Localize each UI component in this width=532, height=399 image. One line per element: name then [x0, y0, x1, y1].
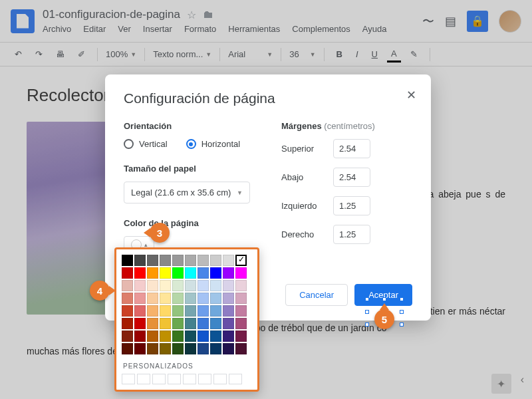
color-swatch[interactable] [160, 280, 171, 291]
color-swatch[interactable] [147, 331, 158, 342]
margin-top-input[interactable] [333, 139, 370, 158]
color-swatch[interactable] [134, 267, 146, 279]
color-swatch[interactable] [235, 331, 247, 342]
bold-button[interactable]: B [332, 47, 346, 62]
color-swatch[interactable] [185, 305, 196, 317]
color-swatch[interactable] [160, 255, 171, 266]
orientation-horizontal-radio[interactable]: Horizontal [186, 139, 241, 149]
color-swatch[interactable] [198, 267, 209, 279]
zoom-dropdown[interactable]: 100%▼ [106, 49, 136, 59]
paint-format-icon[interactable]: ✐ [74, 47, 89, 62]
color-swatch[interactable] [147, 305, 158, 317]
color-swatch[interactable] [210, 293, 221, 304]
color-swatch[interactable] [172, 255, 184, 266]
custom-color-slot[interactable] [122, 374, 135, 384]
color-swatch[interactable] [223, 305, 234, 317]
color-swatch[interactable] [185, 280, 196, 291]
share-button[interactable]: 🔒 [467, 11, 488, 32]
document-title[interactable]: 01-configuracion-de-pagina [43, 8, 180, 21]
color-swatch[interactable] [172, 318, 184, 329]
color-swatch[interactable] [172, 343, 184, 354]
italic-button[interactable]: I [352, 47, 362, 62]
color-swatch[interactable] [223, 331, 234, 342]
custom-color-slot[interactable] [213, 374, 227, 384]
color-swatch[interactable] [185, 255, 196, 266]
color-swatch[interactable] [134, 280, 146, 291]
color-swatch[interactable] [185, 318, 196, 329]
color-swatch[interactable] [147, 318, 158, 329]
color-swatch[interactable] [223, 293, 234, 304]
chevron-left-icon[interactable]: ‹ [521, 374, 524, 394]
color-swatch[interactable] [185, 267, 196, 279]
color-swatch[interactable] [235, 267, 247, 279]
custom-color-slot[interactable] [152, 374, 166, 384]
color-swatch[interactable] [235, 343, 247, 354]
color-swatch[interactable] [134, 318, 146, 329]
menu-archivo[interactable]: Archivo [43, 24, 71, 34]
color-swatch[interactable] [185, 331, 196, 342]
custom-color-slot[interactable] [229, 374, 242, 384]
color-swatch[interactable] [122, 293, 133, 304]
custom-color-slot[interactable] [198, 374, 211, 384]
color-swatch[interactable] [198, 331, 209, 342]
star-icon[interactable]: ☆ [187, 9, 196, 21]
color-swatch[interactable] [122, 255, 133, 266]
color-swatch[interactable] [172, 293, 184, 304]
color-swatch[interactable] [223, 318, 234, 329]
color-swatch[interactable] [172, 331, 184, 342]
color-swatch[interactable] [172, 280, 184, 291]
color-swatch[interactable] [122, 305, 133, 317]
margin-right-input[interactable] [333, 225, 370, 244]
highlight-button[interactable]: ✎ [406, 47, 422, 62]
color-swatch[interactable] [198, 318, 209, 329]
color-swatch[interactable] [160, 343, 171, 354]
color-swatch[interactable] [122, 318, 133, 329]
color-swatch[interactable] [122, 343, 133, 354]
color-swatch[interactable] [210, 305, 221, 317]
close-icon[interactable]: ✕ [406, 88, 416, 102]
color-swatch[interactable] [122, 267, 133, 279]
color-swatch[interactable] [210, 331, 221, 342]
style-dropdown[interactable]: Texto norm...▼ [153, 49, 211, 59]
print-icon[interactable]: 🖶 [52, 47, 68, 62]
color-swatch[interactable] [185, 293, 196, 304]
menu-ver[interactable]: Ver [118, 24, 131, 34]
menu-editar[interactable]: Editar [83, 24, 106, 34]
explore-icon[interactable]: ✦ [491, 374, 511, 394]
color-swatch[interactable] [235, 318, 247, 329]
color-swatch[interactable] [122, 280, 133, 291]
user-avatar[interactable] [499, 10, 521, 33]
custom-color-slot[interactable] [168, 374, 181, 384]
color-swatch[interactable] [147, 280, 158, 291]
text-color-button[interactable]: A [387, 47, 401, 63]
menu-herramientas[interactable]: Herramientas [228, 24, 280, 34]
color-swatch[interactable] [172, 305, 184, 317]
custom-color-slot[interactable] [137, 374, 150, 384]
color-swatch[interactable] [160, 267, 171, 279]
color-swatch[interactable] [147, 293, 158, 304]
color-swatch[interactable] [198, 280, 209, 291]
color-swatch[interactable] [160, 318, 171, 329]
color-swatch[interactable] [210, 318, 221, 329]
color-swatch[interactable] [134, 343, 146, 354]
color-swatch[interactable] [134, 305, 146, 317]
undo-icon[interactable]: ↶ [11, 47, 26, 62]
color-swatch[interactable] [172, 267, 184, 279]
redo-icon[interactable]: ↷ [31, 47, 47, 62]
folder-icon[interactable]: 🖿 [203, 9, 213, 21]
color-swatch[interactable] [198, 305, 209, 317]
fontsize-dropdown[interactable]: 36▼ [289, 49, 315, 59]
color-swatch[interactable] [134, 255, 146, 266]
color-swatch[interactable] [147, 343, 158, 354]
margin-bottom-input[interactable] [333, 168, 370, 187]
color-swatch[interactable] [210, 267, 221, 279]
font-dropdown[interactable]: Arial▼ [228, 49, 273, 59]
color-swatch[interactable] [134, 331, 146, 342]
color-swatch[interactable] [210, 280, 221, 291]
color-swatch[interactable] [122, 331, 133, 342]
color-swatch[interactable] [160, 305, 171, 317]
color-swatch[interactable] [198, 343, 209, 354]
custom-color-slot[interactable] [183, 374, 196, 384]
color-swatch[interactable] [160, 293, 171, 304]
color-swatch[interactable] [198, 255, 209, 266]
